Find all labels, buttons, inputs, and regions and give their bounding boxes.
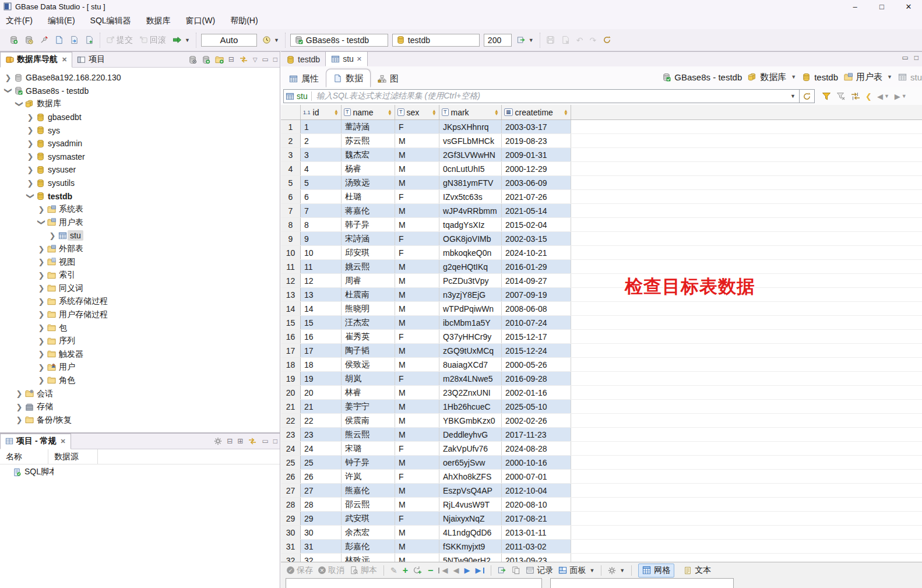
cell-id[interactable]: 10	[301, 246, 342, 259]
cell-mark[interactable]: OGK8joVIMb	[439, 232, 502, 245]
next-row-icon[interactable]: ▶	[464, 566, 470, 575]
breadcrumb-用户表[interactable]: 用户表▼	[844, 72, 892, 83]
column-header-name[interactable]: Tname▲▼	[342, 105, 395, 119]
table-row[interactable]: 1111姚云熙Mg2qeHQtIKq2016-01-29	[281, 260, 922, 274]
cell-mark[interactable]: m28x4LNwe5	[439, 372, 502, 385]
prev-row-icon[interactable]: ◀	[453, 566, 459, 575]
refresh-result-button[interactable]	[800, 89, 815, 103]
link-editor-icon[interactable]	[239, 55, 248, 64]
expand-icon[interactable]: ❯	[37, 376, 46, 385]
cell-name[interactable]: 杜璐	[342, 190, 395, 203]
expand-icon[interactable]: ❯	[48, 231, 57, 240]
cell-id[interactable]: 20	[301, 386, 342, 399]
expand-icon[interactable]: ❯	[37, 310, 46, 319]
table-row[interactable]: 33魏杰宏M2Gf3LVWwHN2009-01-31	[281, 148, 922, 162]
cell-id[interactable]: 14	[301, 302, 342, 315]
row-number[interactable]: 23	[281, 428, 301, 441]
cell-name[interactable]: 余杰宏	[342, 526, 395, 539]
table-row[interactable]: 3030余杰宏M4L1ndgQdD62013-01-11	[281, 526, 922, 540]
expand-icon[interactable]: ❯	[37, 297, 46, 306]
row-number[interactable]: 2	[281, 134, 301, 147]
cell-name[interactable]: 侯震南	[342, 414, 395, 427]
tree-item-sys[interactable]: ❯sys	[0, 124, 280, 137]
minimize-view-icon[interactable]: ▭	[262, 55, 268, 64]
table-row[interactable]: 1212周睿MPcZDu3tVpy2014-09-27	[281, 274, 922, 288]
row-number[interactable]: 4	[281, 162, 301, 175]
expand-icon[interactable]: ❯	[37, 205, 46, 214]
table-row[interactable]: 3232林致远M5NTw90erH22013-09-23	[281, 554, 922, 562]
cell-mark[interactable]: 8uaiagXCd7	[439, 358, 502, 371]
recent-script-button[interactable]	[69, 33, 80, 47]
table-row[interactable]: 11董詩涵FJKpsXHhnrq2003-03-17	[281, 120, 922, 134]
cell-sex[interactable]: M	[395, 316, 439, 329]
cell-id[interactable]: 12	[301, 274, 342, 287]
delete-file-button[interactable]	[560, 33, 571, 47]
filter-input[interactable]: stu 输入SQL表达式来过滤结果集 (使用Ctrl+空格) ▼	[283, 89, 800, 103]
tab-testdb[interactable]: testdb	[281, 52, 325, 66]
cell-createtime[interactable]: 2007-09-19	[502, 288, 571, 301]
collapse-all-icon[interactable]: ⊟	[228, 55, 234, 64]
undo-button[interactable]: ↶	[575, 33, 585, 47]
column-header-id[interactable]: 1.1id▲▼	[301, 105, 342, 119]
expand-icon[interactable]: ❯	[37, 258, 46, 266]
settings-button[interactable]: ▼	[608, 566, 625, 575]
menu-item-0[interactable]: 文件(F)	[6, 16, 33, 26]
db-settings-icon[interactable]	[188, 55, 197, 64]
cell-sex[interactable]: M	[395, 148, 439, 161]
row-number[interactable]: 11	[281, 260, 301, 273]
table-row[interactable]: 88韩子异MtqadgYsXIz2015-02-04	[281, 218, 922, 232]
sort-icon[interactable]: ▲▼	[334, 110, 339, 115]
cell-mark[interactable]: YBKGmbKzx0	[439, 414, 502, 427]
cell-createtime[interactable]: 2012-10-04	[502, 484, 571, 497]
cell-sex[interactable]: F	[395, 512, 439, 525]
tree-item-存储[interactable]: ❯存储	[0, 400, 280, 414]
table-row[interactable]: 3131彭嘉伦MfSKKmyjxt92011-03-02	[281, 540, 922, 554]
cell-name[interactable]: 魏杰宏	[342, 148, 395, 161]
cell-id[interactable]: 15	[301, 316, 342, 329]
tree-item-会话[interactable]: ❯会话	[0, 387, 280, 400]
table-row[interactable]: 1515汪杰宏MibcMbm1a5Y2010-07-24	[281, 316, 922, 330]
table-row[interactable]: 99宋詩涵FOGK8joVIMb2002-03-15	[281, 232, 922, 246]
row-number[interactable]: 6	[281, 190, 301, 203]
cell-sex[interactable]: M	[395, 288, 439, 301]
tree-item-备份/恢复[interactable]: ❯备份/恢复	[0, 413, 280, 427]
cell-sex[interactable]: F	[395, 470, 439, 483]
first-row-icon[interactable]: ◀	[438, 566, 448, 575]
cell-createtime[interactable]: 2017-08-21	[502, 512, 571, 525]
cell-mark[interactable]: EszpVsQ4AP	[439, 484, 502, 497]
table-row[interactable]: 2121姜宇宁M1Hb26hcueC2025-05-10	[281, 400, 922, 414]
cell-mark[interactable]: 5NTw90erH2	[439, 554, 502, 562]
cell-name[interactable]: 韩子异	[342, 218, 395, 231]
row-number[interactable]: 3	[281, 148, 301, 161]
tree-item-sysadmin[interactable]: ❯sysadmin	[0, 137, 280, 150]
record-mode-button[interactable]: 记录	[526, 565, 553, 576]
cell-id[interactable]: 21	[301, 400, 342, 413]
cell-name[interactable]: 熊云熙	[342, 428, 395, 441]
cell-mark[interactable]: 2Gf3LVWwHN	[439, 148, 502, 161]
cell-name[interactable]: 许岚	[342, 470, 395, 483]
row-number[interactable]: 22	[281, 414, 301, 427]
cell-mark[interactable]: NjaixyxNqZ	[439, 512, 502, 525]
cell-name[interactable]: 武安琪	[342, 512, 395, 525]
forward-button[interactable]: ▶▼	[895, 92, 907, 101]
tree-item-系统表[interactable]: ❯系统表	[0, 203, 280, 216]
cell-mark[interactable]: 1Hb26hcueC	[439, 400, 502, 413]
cell-name[interactable]: 陶子韬	[342, 344, 395, 357]
cell-sex[interactable]: F	[395, 330, 439, 343]
cell-id[interactable]: 29	[301, 512, 342, 525]
column-header-sex[interactable]: Tsex▲▼	[395, 105, 439, 119]
cell-createtime[interactable]: 2024-08-28	[502, 442, 571, 455]
cell-createtime[interactable]: 2009-01-31	[502, 148, 571, 161]
tree-item-数据库[interactable]: ❯数据库	[0, 97, 280, 111]
cell-name[interactable]: 苏云熙	[342, 134, 395, 147]
row-number[interactable]: 12	[281, 274, 301, 287]
expand-icon[interactable]: ❯	[37, 245, 46, 253]
table-row[interactable]: 2929武安琪FNjaixyxNqZ2017-08-21	[281, 512, 922, 526]
cell-sex[interactable]: M	[395, 400, 439, 413]
cell-sex[interactable]: M	[395, 540, 439, 553]
cell-sex[interactable]: M	[395, 386, 439, 399]
cell-mark[interactable]: JKpsXHhnrq	[439, 120, 502, 133]
sort-icon[interactable]: ▲▼	[564, 110, 568, 115]
copy-result-icon[interactable]	[512, 566, 520, 575]
tree-item-sysmaster[interactable]: ❯sysmaster	[0, 150, 280, 164]
